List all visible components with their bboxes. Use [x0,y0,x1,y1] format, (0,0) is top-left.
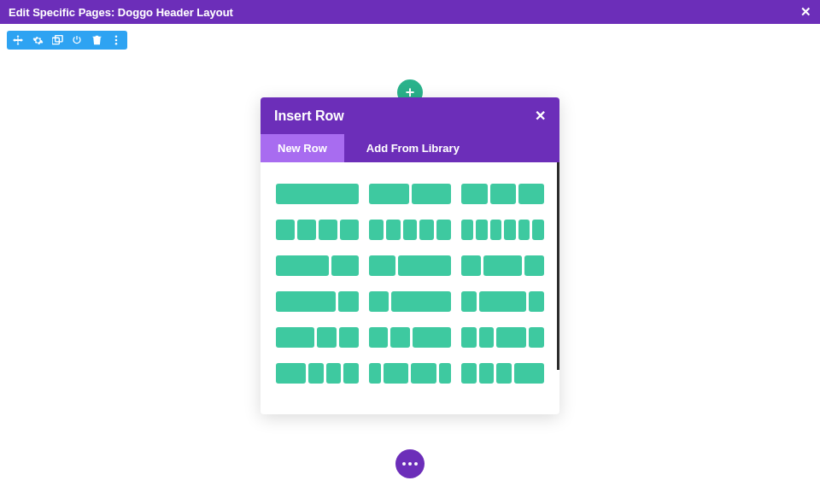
layout-col [496,327,526,348]
more-icon[interactable] [110,34,122,46]
page-actions-button[interactable] [395,449,425,478]
topbar-close-button[interactable]: ✕ [800,4,811,20]
layout-col [339,327,359,348]
layout-col [524,255,544,276]
layout-col [532,220,544,240]
dot-icon [414,462,418,466]
trash-icon[interactable] [91,34,102,46]
layout-col [479,291,525,312]
layout-col [476,220,488,240]
insert-row-modal: Insert Row ✕ New Row Add From Library [261,97,559,414]
row-layout-option[interactable] [461,255,544,276]
row-layout-option[interactable] [369,363,452,384]
layout-col [436,220,451,240]
layout-col [479,327,495,348]
layout-col [461,255,481,276]
layout-col [490,220,502,240]
layout-col [391,291,451,312]
layout-col [276,291,336,312]
modal-close-button[interactable]: ✕ [535,108,546,124]
layout-col [461,327,477,348]
row-layout-option[interactable] [461,291,544,312]
section-toolbar [7,31,127,50]
layout-col [479,363,495,384]
layout-col [319,220,337,240]
layout-col [276,220,295,240]
layout-col [490,184,516,204]
gear-icon[interactable] [32,34,44,46]
layout-col [413,327,451,348]
row-layout-option[interactable] [276,363,359,384]
layout-col [411,363,436,384]
layout-col [403,220,418,240]
layout-col [390,327,410,348]
layout-col [369,363,382,384]
tab-add-from-library[interactable]: Add From Library [344,134,482,162]
duplicate-icon[interactable] [51,34,63,46]
layout-col [276,363,306,384]
power-icon[interactable] [71,34,83,46]
svg-point-3 [115,39,118,42]
layout-col [461,291,477,312]
row-layout-option[interactable] [276,255,359,276]
row-layout-option[interactable] [276,327,359,348]
row-layout-option[interactable] [276,220,359,240]
row-layout-option[interactable] [369,184,452,204]
row-layout-option[interactable] [369,291,452,312]
layout-col [529,291,544,312]
row-layout-option[interactable] [461,327,544,348]
layout-col [461,220,473,240]
row-layout-option[interactable] [369,220,452,240]
layout-col [518,220,530,240]
layout-col [340,220,359,240]
top-bar: Edit Specific Pages: Doggo Header Layout… [0,0,820,24]
dot-icon [408,462,412,466]
layout-col [308,363,324,384]
layout-grid [261,162,559,414]
svg-point-2 [115,35,118,38]
layout-col [338,291,358,312]
layout-col [297,220,316,240]
tab-new-row[interactable]: New Row [261,134,344,162]
layout-col [369,255,395,276]
row-layout-option[interactable] [461,363,544,384]
row-layout-option[interactable] [461,184,544,204]
move-icon[interactable] [12,34,24,46]
layout-col [369,291,389,312]
layout-col [331,255,358,276]
layout-col [276,255,329,276]
layout-col [369,184,409,204]
page-title: Edit Specific Pages: Doggo Header Layout [9,6,233,19]
layout-col [483,255,522,276]
layout-col [496,363,512,384]
dot-icon [402,462,406,466]
layout-col [326,363,342,384]
layout-col [384,363,408,384]
layout-col [518,184,544,204]
row-layout-option[interactable] [276,184,359,204]
layout-col [461,184,487,204]
layout-col [276,184,359,204]
svg-point-4 [115,43,118,45]
layout-col [461,363,477,384]
layout-col [504,220,516,240]
modal-title: Insert Row [274,108,344,124]
layout-col [439,363,452,384]
layout-col [412,184,452,204]
layout-col [514,363,544,384]
layout-col [369,327,389,348]
layout-col [398,255,451,276]
modal-tabs: New Row Add From Library [261,134,559,162]
modal-header: Insert Row ✕ [261,97,559,134]
layout-col [276,327,314,348]
row-layout-option[interactable] [461,220,544,240]
layout-col [369,220,384,240]
layout-col [343,363,359,384]
layout-col [529,327,544,348]
row-layout-option[interactable] [276,291,359,312]
layout-col [386,220,401,240]
layout-col [317,327,337,348]
row-layout-option[interactable] [369,255,452,276]
row-layout-option[interactable] [369,327,452,348]
layout-col [419,220,434,240]
